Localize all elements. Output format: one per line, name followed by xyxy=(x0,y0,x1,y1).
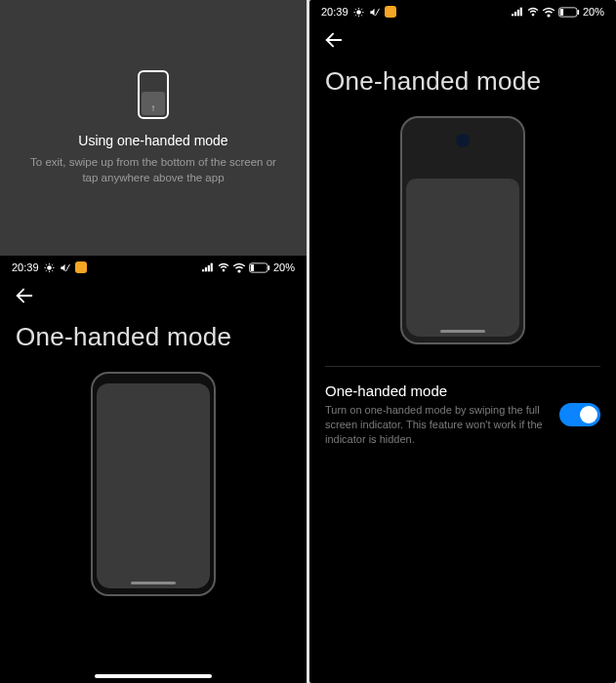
svg-rect-21 xyxy=(577,9,579,14)
wifi-icon xyxy=(542,7,555,18)
status-time: 20:39 xyxy=(12,261,39,273)
back-arrow-icon[interactable] xyxy=(323,29,345,51)
battery-icon xyxy=(558,7,580,18)
svg-rect-4 xyxy=(208,265,210,272)
svg-rect-3 xyxy=(205,267,207,271)
mute-icon xyxy=(60,262,70,273)
one-handed-toggle[interactable] xyxy=(559,403,600,426)
page-title: One-handed mode xyxy=(309,60,616,110)
settings-screen-lowered: 20:39 20% One-handed mode xyxy=(0,256,307,683)
signal-icon xyxy=(202,262,215,272)
svg-rect-9 xyxy=(251,264,254,271)
app-badge-icon xyxy=(75,261,87,273)
svg-rect-13 xyxy=(512,14,513,16)
battery-percentage: 20% xyxy=(583,6,604,18)
wifi-icon xyxy=(232,262,246,273)
svg-line-1 xyxy=(65,263,69,270)
svg-rect-5 xyxy=(211,263,213,272)
svg-line-12 xyxy=(375,8,379,15)
phone-one-handed-illustration-icon xyxy=(400,116,525,344)
svg-point-18 xyxy=(548,15,550,17)
one-handed-glyph-icon xyxy=(138,70,169,119)
phone-illustration-icon xyxy=(91,372,216,596)
app-badge-icon xyxy=(385,6,396,18)
svg-point-7 xyxy=(238,270,240,272)
svg-point-6 xyxy=(223,269,225,271)
wifi-aux-icon xyxy=(527,7,539,17)
one-handed-overlay[interactable]: Using one-handed mode To exit, swipe up … xyxy=(0,0,307,256)
svg-rect-10 xyxy=(267,264,269,269)
mute-icon xyxy=(369,7,380,18)
svg-point-0 xyxy=(47,265,52,270)
battery-percentage: 20% xyxy=(273,261,295,273)
one-handed-mode-setting[interactable]: One-handed mode Turn on one-handed mode … xyxy=(309,367,616,447)
page-title: One-handed mode xyxy=(0,316,307,366)
android-debug-icon xyxy=(353,7,364,18)
signal-icon xyxy=(512,7,524,17)
svg-rect-20 xyxy=(560,9,563,16)
back-arrow-icon[interactable] xyxy=(14,285,35,306)
illustration xyxy=(0,366,307,596)
right-screenshot: 20:39 20% One-handed mode One-handed mod… xyxy=(309,0,616,683)
svg-point-17 xyxy=(532,14,534,16)
status-time: 20:39 xyxy=(321,6,349,18)
status-bar: 20:39 20% xyxy=(309,0,616,20)
battery-icon xyxy=(249,262,270,273)
home-indicator[interactable] xyxy=(95,674,212,678)
setting-title: One-handed mode xyxy=(325,382,548,399)
setting-description: Turn on one-handed mode by swiping the f… xyxy=(325,403,548,447)
svg-rect-15 xyxy=(517,10,519,16)
svg-point-11 xyxy=(356,10,361,15)
left-screenshot: Using one-handed mode To exit, swipe up … xyxy=(0,0,307,683)
illustration xyxy=(309,110,616,344)
svg-rect-14 xyxy=(514,12,516,16)
svg-rect-16 xyxy=(520,8,522,17)
svg-rect-2 xyxy=(202,269,204,271)
overlay-title: Using one-handed mode xyxy=(78,133,227,148)
overlay-description: To exit, swipe up from the bottom of the… xyxy=(29,154,277,185)
android-debug-icon xyxy=(44,262,55,273)
wifi-aux-icon xyxy=(218,262,229,272)
status-bar: 20:39 20% xyxy=(0,256,307,275)
